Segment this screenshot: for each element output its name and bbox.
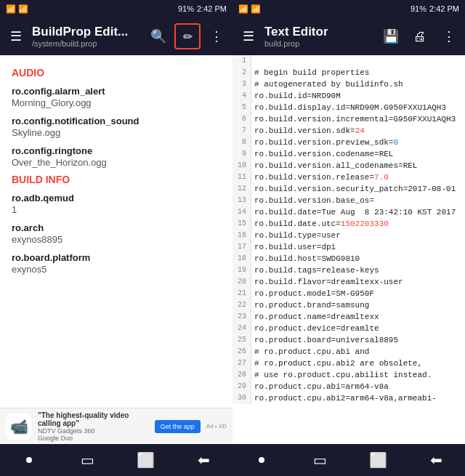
line-number: 15: [232, 218, 251, 230]
prop-notif-val: Skyline.ogg: [12, 127, 221, 138]
prop-board-key: ro.board.platform: [12, 252, 221, 263]
line-content: ro.build.host=SWDG9810: [251, 253, 360, 265]
line-number: 10: [232, 160, 251, 172]
left-battery: 91%: [178, 4, 194, 13]
line-number: 29: [232, 381, 251, 392]
prop-board-val: exynos5: [12, 264, 221, 275]
line-number: 1: [232, 55, 251, 67]
table-row: 2# begin build properties: [232, 67, 465, 78]
table-row: 8ro.build.version.preview_sdk=0: [232, 137, 465, 148]
ad-banner: 📹 "The highest-quality video calling app…: [0, 408, 232, 444]
line-number: 23: [232, 311, 251, 323]
line-content: ro.build.date=Tue Aug 8 23:42:10 KST 201…: [251, 206, 456, 218]
line-content: [251, 55, 254, 67]
line-content: ro.build.version.incremental=G950FXXU1AQ…: [251, 113, 456, 125]
right-title-block: Text Editor build.prop: [264, 25, 375, 48]
right-nav-back[interactable]: ⬅: [421, 445, 450, 475]
ad-title: "The highest-quality video calling app": [38, 411, 149, 427]
right-more-icon[interactable]: ⋮: [436, 23, 462, 49]
prop-notif-key: ro.config.notification_sound: [12, 116, 221, 126]
line-number: 13: [232, 195, 251, 206]
left-nav-dot[interactable]: [15, 445, 44, 475]
line-content: ro.product.brand=samsung: [251, 299, 369, 311]
line-content: ro.build.type=user: [251, 230, 341, 241]
table-row: 15ro.build.date.utc=1502203330: [232, 218, 465, 230]
line-number: 3: [232, 78, 251, 90]
line-content: ro.product.model=SM-G950F: [251, 288, 374, 299]
right-time: 2:42 PM: [429, 4, 459, 13]
table-row: 26# ro.product.cpu.abi and: [232, 346, 465, 358]
left-nav-home[interactable]: ⬜: [131, 445, 160, 475]
right-nav-recents[interactable]: ▭: [305, 445, 334, 475]
line-number: 21: [232, 288, 251, 299]
line-number: 20: [232, 276, 251, 288]
left-search-icon[interactable]: 🔍: [145, 23, 171, 49]
line-content: # ro.product.cpu.abi and: [251, 346, 369, 358]
left-menu-icon[interactable]: ☰: [3, 23, 29, 49]
table-row: 28# use ro.product.cpu.abilist instead.: [232, 369, 465, 381]
line-number: 24: [232, 323, 251, 334]
line-content: ro.build.user=dpi: [251, 241, 336, 253]
table-row: 22ro.product.brand=samsung: [232, 299, 465, 311]
line-content: ro.build.version.all_codenames=REL: [251, 160, 417, 172]
line-number: 28: [232, 369, 251, 381]
right-nav-bar: ▭ ⬜ ⬅: [232, 444, 465, 476]
table-row: 10ro.build.version.all_codenames=REL: [232, 160, 465, 172]
left-nav-recents[interactable]: ▭: [73, 445, 102, 475]
code-area[interactable]: 12# begin build properties3# autogenerat…: [232, 55, 465, 444]
left-edit-icon[interactable]: ✏: [174, 23, 201, 49]
right-print-icon[interactable]: 🖨: [407, 23, 433, 49]
table-row: 16ro.build.type=user: [232, 230, 465, 241]
table-row: 4ro.build.id=NRD90M: [232, 90, 465, 102]
right-status-bar: 📶 📶 91% 2:42 PM: [232, 0, 465, 17]
left-status-left: 📶 📶: [6, 4, 28, 14]
prop-qemud-key: ro.adb.qemud: [12, 193, 221, 203]
table-row: 21ro.product.model=SM-G950F: [232, 288, 465, 299]
section-build: BUILD INFO: [12, 174, 221, 185]
line-content: ro.build.date.utc=1502203330: [251, 218, 389, 230]
right-save-icon[interactable]: 💾: [378, 23, 404, 49]
line-content: ro.build.flavor=dreamltexx-user: [251, 276, 403, 288]
table-row: 18ro.build.host=SWDG9810: [232, 253, 465, 265]
right-status-left: 📶 📶: [238, 4, 261, 14]
line-content: ro.product.cpu.abi=arm64-v8a: [251, 381, 389, 392]
line-content: ro.product.cpu.abi2=arm64-v8a,armeabi-: [251, 392, 437, 404]
line-number: 22: [232, 299, 251, 311]
left-content: AUDIO ro.config.alarm_alert Morning_Glor…: [0, 55, 232, 408]
line-content: # use ro.product.cpu.abilist instead.: [251, 369, 432, 381]
line-content: ro.product.device=dreamlte: [251, 323, 379, 334]
right-menu-icon[interactable]: ☰: [235, 23, 262, 49]
prop-ringtone-key: ro.config.ringtone: [12, 145, 221, 156]
left-app-subtitle: /system/build.prop: [32, 39, 142, 48]
line-content: ro.build.version.sdk=24: [251, 125, 365, 137]
right-panel: 📶 📶 91% 2:42 PM ☰ Text Editor build.prop…: [232, 0, 465, 476]
right-nav-dot[interactable]: [247, 445, 276, 475]
line-content: ro.build.version.base_os=: [251, 195, 374, 206]
table-row: 19ro.build.tags=release-keys: [232, 265, 465, 276]
table-row: 9ro.build.version.codename=REL: [232, 148, 465, 160]
ad-button[interactable]: Get the app: [155, 420, 201, 433]
line-content: # autogenerated by buildinfo.sh: [251, 78, 403, 90]
right-status-right: 91% 2:42 PM: [411, 4, 459, 13]
right-nav-home[interactable]: ⬜: [363, 445, 392, 475]
right-app-title: Text Editor: [264, 25, 375, 39]
left-more-icon[interactable]: ⋮: [203, 23, 230, 49]
prop-alarm-val: Morning_Glory.ogg: [12, 97, 221, 108]
line-content: ro.build.version.codename=REL: [251, 148, 393, 160]
left-status-right: 91% 2:42 PM: [178, 4, 227, 13]
line-number: 27: [232, 358, 251, 369]
table-row: 17ro.build.user=dpi: [232, 241, 465, 253]
table-row: 25ro.product.board=universal8895: [232, 334, 465, 346]
left-panel: 📶 📶 91% 2:42 PM ☰ BuildProp Edit... /sys…: [0, 0, 232, 476]
table-row: 27# ro.product.cpu.abi2 are obsolete,: [232, 358, 465, 369]
table-row: 24ro.product.device=dreamlte: [232, 323, 465, 334]
line-number: 14: [232, 206, 251, 218]
left-nav-back[interactable]: ⬅: [189, 445, 218, 475]
ad-appname: Google Duo: [38, 435, 149, 442]
table-row: 1: [232, 55, 465, 67]
line-number: 16: [232, 230, 251, 241]
table-row: 3# autogenerated by buildinfo.sh: [232, 78, 465, 90]
ad-logo: 📹: [6, 414, 32, 440]
table-row: 29ro.product.cpu.abi=arm64-v8a: [232, 381, 465, 392]
ad-badge: Ad • XD: [206, 423, 227, 429]
